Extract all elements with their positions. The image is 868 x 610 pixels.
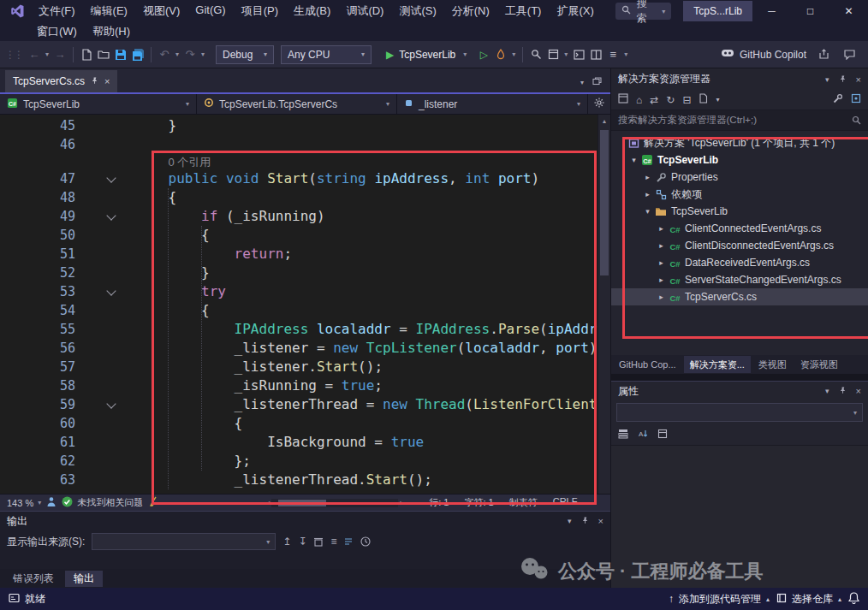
close-panel-icon[interactable]: × bbox=[856, 386, 861, 396]
chevron-collapsed-icon[interactable]: ▸ bbox=[642, 173, 653, 181]
pin-icon[interactable] bbox=[91, 75, 98, 87]
chevron-down-icon[interactable]: ▾ bbox=[43, 50, 51, 58]
close-button[interactable]: ✕ bbox=[829, 0, 868, 22]
start-debugging-button[interactable]: ▶ TcpSeverLib ▾ bbox=[380, 44, 475, 65]
tabs-indicator[interactable]: 制表符 bbox=[509, 496, 538, 509]
split-window-icon[interactable] bbox=[587, 45, 604, 64]
tree-item[interactable]: ▸Properties bbox=[611, 169, 868, 186]
menu-item[interactable]: 扩展(X) bbox=[549, 3, 601, 19]
sort-alphabetical-icon[interactable]: A bbox=[638, 429, 648, 441]
chevron-down-icon[interactable]: ▾ bbox=[825, 387, 829, 395]
line-ending-indicator[interactable]: CRLF bbox=[553, 496, 578, 509]
document-tab[interactable]: TcpServerCs.cs × bbox=[5, 70, 117, 92]
fold-margin[interactable] bbox=[86, 207, 135, 226]
tree-item[interactable]: 解决方案 'TcpSeverLib' (1 个项目, 共 1 个) bbox=[611, 134, 868, 151]
menu-item[interactable]: 分析(N) bbox=[444, 3, 497, 19]
chevron-down-icon[interactable]: ▾ bbox=[568, 517, 572, 525]
preview-icon[interactable] bbox=[851, 93, 861, 106]
gear-icon[interactable] bbox=[594, 98, 604, 110]
chevron-collapsed-icon[interactable]: ▸ bbox=[656, 241, 667, 250]
menu-item[interactable]: 工具(T) bbox=[497, 3, 550, 19]
minimize-button[interactable]: ─ bbox=[752, 0, 791, 22]
tree-item[interactable]: ▸依赖项 bbox=[611, 186, 868, 203]
code-line[interactable]: 45 } bbox=[0, 116, 598, 135]
code-line[interactable]: 54 { bbox=[0, 301, 598, 320]
menu-item[interactable]: 测试(S) bbox=[391, 3, 443, 19]
code-cleanup-broom-icon[interactable] bbox=[148, 496, 158, 509]
chevron-down-icon[interactable]: ▾ bbox=[662, 8, 665, 15]
menu-item[interactable]: 编辑(E) bbox=[83, 3, 135, 19]
type-dropdown[interactable]: TcpSeverLib.TcpServerCs ▾ bbox=[197, 94, 397, 114]
chevron-collapsed-icon[interactable]: ▸ bbox=[656, 258, 667, 267]
pin-icon[interactable] bbox=[839, 386, 847, 396]
navigate-forward-icon[interactable]: → bbox=[51, 45, 68, 64]
fold-chevron-icon[interactable] bbox=[106, 399, 116, 408]
chevron-down-icon[interactable]: ▾ bbox=[716, 96, 719, 104]
chevron-down-icon[interactable]: ▾ bbox=[825, 75, 829, 84]
start-without-debugging-icon[interactable]: ▷ bbox=[475, 45, 492, 64]
chevron-collapsed-icon[interactable]: ▸ bbox=[656, 275, 667, 284]
menu-item[interactable]: 生成(B) bbox=[286, 3, 338, 19]
bottom-panel-tab[interactable]: 错误列表 bbox=[4, 571, 62, 587]
chevron-collapsed-icon[interactable]: ▸ bbox=[656, 293, 667, 301]
tool-window-tab[interactable]: 类视图 bbox=[752, 356, 793, 373]
pin-icon[interactable] bbox=[581, 516, 589, 526]
horizontal-scrollbar[interactable]: ◂ ▸ bbox=[266, 498, 403, 508]
scrollbar-thumb[interactable] bbox=[278, 500, 326, 506]
tool-window-tab[interactable]: GitHub Cop... bbox=[613, 356, 682, 373]
tree-item[interactable]: ▸C#ServerStateChangedEventArgs.cs bbox=[611, 271, 868, 288]
tree-item[interactable]: ▸C#ClientConnectedEventArgs.cs bbox=[611, 220, 868, 237]
tool-window-tab[interactable]: 资源视图 bbox=[794, 356, 844, 373]
code-line[interactable]: 61 IsBackground = true bbox=[0, 433, 598, 452]
search-box[interactable]: 搜索 ▾ bbox=[615, 3, 672, 20]
scrollbar-track[interactable] bbox=[271, 499, 398, 507]
vertical-scrollbar[interactable]: ▴ bbox=[597, 115, 610, 494]
close-panel-icon[interactable]: × bbox=[598, 516, 603, 526]
share-icon[interactable] bbox=[815, 45, 832, 64]
find-in-files-icon[interactable] bbox=[527, 45, 544, 64]
tree-item[interactable]: ▸C#ClientDisconnectedEventArgs.cs bbox=[611, 237, 868, 254]
document-health-indicator[interactable]: 未找到相关问题 bbox=[62, 496, 143, 509]
fold-chevron-icon[interactable] bbox=[106, 286, 116, 295]
jump-to-previous-icon[interactable]: ↥ bbox=[282, 536, 291, 548]
properties-object-dropdown[interactable]: ▾ bbox=[616, 403, 863, 422]
output-panel-header[interactable]: 输出 ▾ × bbox=[0, 512, 610, 530]
chevron-down-icon[interactable]: ▾ bbox=[509, 50, 518, 58]
menu-item[interactable]: 文件(F) bbox=[31, 3, 83, 19]
categorized-icon[interactable] bbox=[618, 429, 628, 441]
code-line[interactable]: 49 if (_isRunning) bbox=[0, 207, 598, 226]
jump-to-next-icon[interactable]: ↧ bbox=[298, 536, 306, 548]
scroll-up-arrow-icon[interactable]: ▴ bbox=[598, 115, 610, 127]
code-line[interactable]: 60 { bbox=[0, 414, 598, 433]
code-line[interactable]: 50 { bbox=[0, 226, 598, 245]
solution-explorer-header[interactable]: 解决方案资源管理器 ▾ × bbox=[611, 68, 868, 90]
chevron-down-icon[interactable]: ▾ bbox=[562, 50, 570, 58]
menu-item[interactable]: 帮助(H) bbox=[85, 24, 138, 39]
navigate-back-icon[interactable]: ← bbox=[26, 45, 43, 64]
close-panel-icon[interactable]: × bbox=[856, 74, 861, 85]
code-line[interactable]: 58 _isRunning = true; bbox=[0, 376, 598, 395]
command-window-icon[interactable] bbox=[570, 45, 587, 64]
notifications-bell-icon[interactable] bbox=[848, 592, 859, 607]
fold-chevron-icon[interactable] bbox=[106, 173, 116, 182]
toolbar-grip[interactable]: ⋮⋮ bbox=[5, 49, 22, 61]
code-editor[interactable]: 45 }46 0 个引用47 public void Start(string … bbox=[0, 115, 610, 494]
code-line[interactable]: 63 _listenerThread.Start(); bbox=[0, 471, 598, 489]
member-dropdown[interactable]: _listener ▾ bbox=[397, 94, 588, 114]
word-wrap-icon[interactable]: ≡ bbox=[330, 536, 336, 548]
panel-splitter[interactable] bbox=[611, 374, 868, 381]
code-line[interactable]: 56 _listener = new TcpListener(localaddr… bbox=[0, 339, 598, 358]
chevron-down-icon[interactable]: ▾ bbox=[199, 50, 207, 58]
scroll-left-arrow-icon[interactable]: ◂ bbox=[266, 499, 270, 506]
solution-configuration-dropdown[interactable]: Debug ▾ bbox=[216, 45, 274, 64]
code-line[interactable]: 46 bbox=[0, 135, 598, 154]
timestamp-clock-icon[interactable] bbox=[360, 536, 371, 547]
output-source-dropdown[interactable]: ▾ bbox=[92, 533, 276, 550]
code-line[interactable]: 62 }; bbox=[0, 452, 598, 471]
clear-all-icon[interactable] bbox=[313, 536, 324, 547]
show-all-files-icon[interactable] bbox=[699, 93, 708, 106]
code-line[interactable]: 53 try bbox=[0, 282, 598, 301]
menu-item[interactable]: 项目(P) bbox=[234, 3, 286, 19]
chevron-down-icon[interactable]: ▾ bbox=[173, 50, 181, 58]
scroll-right-arrow-icon[interactable]: ▸ bbox=[400, 499, 403, 506]
